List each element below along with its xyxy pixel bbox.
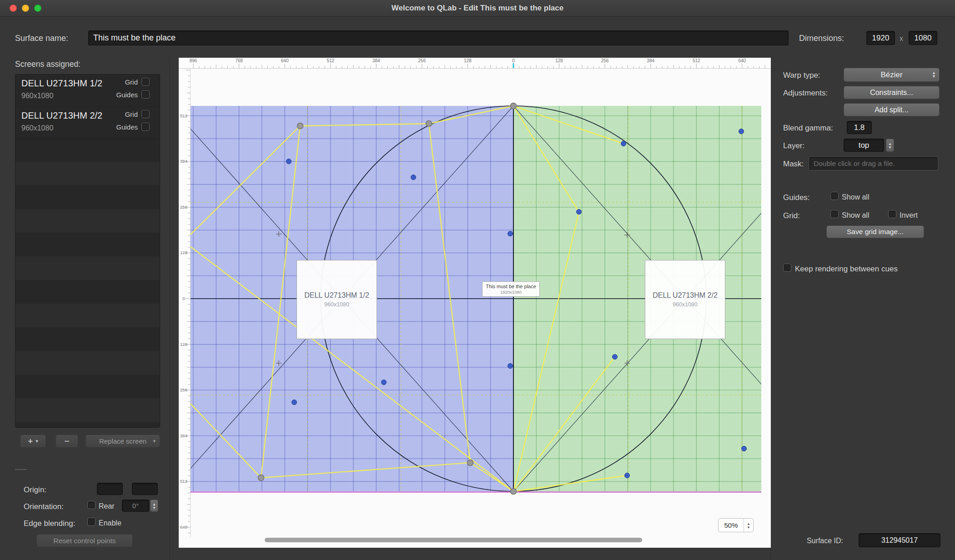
grid-show-all-checkbox[interactable] [830,210,839,218]
svg-text:128: 128 [180,342,187,347]
replace-screen-label: Replace screen [99,437,146,445]
keep-rendering-checkbox[interactable] [783,264,791,272]
screen-list-item-2[interactable]: DELL U2713HM 2/2 960x1080 Grid Guides [15,107,160,139]
screen2-name: DELL U2713HM 2/2 [653,291,718,300]
dimensions-times: x [900,35,903,43]
keep-rendering-label: Keep rendering between cues [795,265,898,274]
stepper-down-icon: ▾ [889,145,891,149]
svg-text:384: 384 [372,58,380,63]
svg-text:640: 640 [180,525,187,530]
screen2-resolution: 960x1080 [673,301,698,308]
guides-checkbox-label: Guides [116,91,138,99]
svg-text:128: 128 [464,58,472,63]
grid-label: Grid: [783,211,800,220]
svg-text:256: 256 [180,205,187,210]
blend-gamma-field[interactable]: 1.8 [847,121,872,134]
grid-checkbox[interactable] [141,110,150,118]
surface-name-input[interactable] [88,30,789,45]
constraints-button[interactable]: Constraints... [844,86,940,99]
constraints-label: Constraints... [870,89,913,97]
rear-checkbox[interactable] [87,501,96,509]
rear-label: Rear [99,502,115,510]
origin-x-input[interactable] [97,483,123,495]
save-grid-image-button[interactable]: Save grid image... [826,225,924,238]
warp-editor-canvas[interactable]: 8967686405123842561280128256384512640512… [179,58,771,548]
svg-text:256: 256 [418,58,426,63]
window-title: Welcome to QLab - Edit This must be the … [0,4,955,13]
svg-text:384: 384 [180,159,187,164]
screen-list-item-1[interactable]: DELL U2713HM 1/2 960x1080 Grid Guides [15,75,160,107]
enable-checkbox[interactable] [87,518,96,526]
grid-checkbox[interactable] [141,78,150,86]
guides-label: Guides: [783,193,810,202]
screen1-name: DELL U2713HM 1/2 [304,291,369,300]
svg-text:0: 0 [182,296,185,301]
layer-field[interactable]: top [844,139,884,152]
zoom-control[interactable]: 50% ▴ ▾ [718,518,754,532]
orientation-label: Orientation: [24,502,64,511]
zoom-stepper[interactable]: ▴ ▾ [744,519,753,532]
blend-gamma-label: Blend gamma: [783,124,833,133]
svg-text:128: 128 [180,250,187,255]
save-grid-image-label: Save grid image... [847,228,904,236]
grid-checkbox-label: Grid [125,78,138,86]
grid-invert-checkbox[interactable] [888,210,896,218]
rotation-field[interactable]: 0° [122,500,149,512]
origin-label: Origin: [24,485,46,495]
svg-text:512: 512 [693,58,700,63]
adjustments-label: Adjustments: [783,89,828,98]
section-divider [15,469,27,470]
guides-checkbox[interactable] [141,123,150,131]
screen1-label-box: DELL U2713HM 1/2 960x1080 [297,260,377,339]
screen-name: DELL U2713HM 2/2 [21,110,102,121]
reset-control-points-label: Reset control points [54,537,116,545]
surface-center-label-box: This must be the place 1920x1080 [482,281,540,297]
svg-text:256: 256 [601,58,609,63]
reset-control-points-button[interactable]: Reset control points [36,534,133,547]
grid-invert-label: Invert [900,211,918,220]
edge-blending-label: Edge blending: [24,519,75,528]
chevron-down-icon: ▾ [153,438,156,444]
enable-label: Enable [99,519,121,527]
add-screen-button[interactable]: + ▾ [20,435,46,448]
dimensions-width-input[interactable] [866,31,895,45]
plus-icon: + [28,436,33,446]
warp-type-value: Bézier [880,70,902,80]
svg-text:768: 768 [235,58,243,63]
surface-resolution-text: 1920x1080 [500,290,522,295]
remove-screen-button[interactable]: − [55,435,78,448]
mask-drop-field[interactable] [809,156,938,170]
screens-assigned-label: Screens assigned: [15,60,80,69]
stepper-down-icon: ▾ [748,525,750,529]
guides-checkbox[interactable] [141,90,150,99]
svg-text:384: 384 [180,433,187,438]
guides-show-all-label: Show all [842,193,869,201]
horizontal-scrollbar-thumb[interactable] [265,538,642,542]
popup-arrows-icon: ▲▼ [932,71,936,78]
rotation-stepper[interactable]: ▴▾ [150,500,158,512]
add-split-label: Add split... [875,106,909,114]
screen-resolution: 960x1080 [21,92,53,100]
guides-show-all-checkbox[interactable] [830,192,839,200]
svg-text:512: 512 [180,479,187,484]
warp-type-popup[interactable]: Bézier ▲▼ [844,68,940,82]
layer-label: Layer: [783,141,804,150]
grid-checkbox-label: Grid [125,110,138,118]
screen2-label-box: DELL U2713HM 2/2 960x1080 [645,260,725,339]
guides-checkbox-label: Guides [116,123,138,131]
svg-text:640: 640 [739,58,746,63]
chevron-down-icon: ▾ [35,438,38,444]
screens-list[interactable]: DELL U2713HM 1/2 960x1080 Grid Guides DE… [15,74,160,428]
replace-screen-button[interactable]: Replace screen ▾ [85,435,160,448]
dimensions-height-input[interactable] [909,31,937,45]
minus-icon: − [64,436,69,446]
screens-list-empty-rows [15,138,160,427]
mask-label: Mask: [783,160,804,169]
svg-text:640: 640 [281,58,289,63]
add-split-button[interactable]: Add split... [844,103,940,116]
surface-name-text: This must be the place [486,284,536,289]
origin-y-input[interactable] [132,483,158,495]
titlebar: Welcome to QLab - Edit This must be the … [0,0,955,17]
svg-text:512: 512 [327,58,334,63]
layer-stepper[interactable]: ▴▾ [886,139,894,152]
